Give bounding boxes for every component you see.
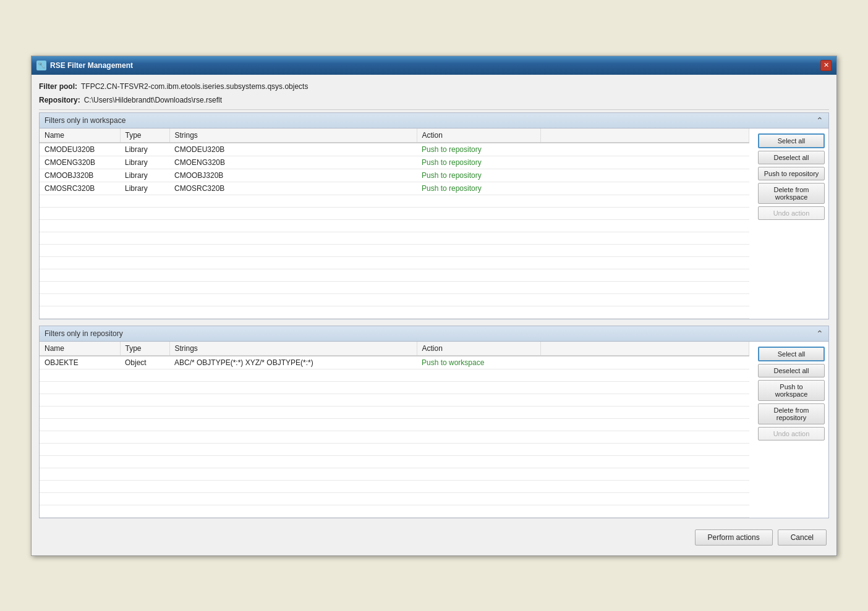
- repository-table-row[interactable]: OBJEKTE Object ABC/* OBJTYPE(*:*) XYZ/* …: [40, 356, 749, 369]
- workspace-section-title: Filters only in workspace: [45, 116, 126, 125]
- workspace-row-type: Library: [120, 143, 169, 156]
- repository-table: Name Type Strings Action OBJEKTE Object …: [40, 342, 749, 518]
- repository-row-extra: [540, 356, 749, 369]
- workspace-deselect-all-button[interactable]: Deselect all: [758, 151, 825, 164]
- workspace-row-action: Push to repository: [417, 156, 540, 169]
- workspace-row-name: CMOSRC320B: [40, 182, 120, 195]
- workspace-row-action: Push to repository: [417, 143, 540, 156]
- workspace-delete-from-workspace-button[interactable]: Delete from workspace: [758, 183, 825, 204]
- workspace-undo-action-button[interactable]: Undo action: [758, 206, 825, 220]
- repository-empty-row: [40, 492, 749, 505]
- workspace-section-header: Filters only in workspace ⌃: [40, 113, 828, 129]
- repository-empty-row: [40, 480, 749, 492]
- workspace-table: Name Type Strings Action CMODEU320B Libr…: [40, 129, 749, 319]
- repository-empty-row: [40, 406, 749, 418]
- repository-label: Repository:: [39, 96, 80, 104]
- repository-undo-action-button[interactable]: Undo action: [758, 427, 825, 440]
- workspace-empty-row: [40, 306, 749, 318]
- workspace-row-name: CMODEU320B: [40, 143, 120, 156]
- repository-empty-row: [40, 369, 749, 381]
- workspace-select-all-button[interactable]: Select all: [758, 133, 825, 148]
- repository-empty-row: [40, 468, 749, 480]
- workspace-section: Filters only in workspace ⌃ Name Type St…: [39, 112, 829, 319]
- repository-col-name: Name: [40, 342, 120, 356]
- workspace-collapse-icon[interactable]: ⌃: [816, 116, 823, 125]
- repository-row-action: Push to workspace: [417, 356, 540, 369]
- repository-section-content: Name Type Strings Action OBJEKTE Object …: [40, 342, 828, 518]
- workspace-row-extra: [540, 182, 749, 195]
- repository-col-strings: Strings: [169, 342, 417, 356]
- workspace-col-type: Type: [120, 129, 169, 143]
- workspace-empty-row: [40, 256, 749, 269]
- workspace-empty-row: [40, 269, 749, 281]
- workspace-row-extra: [540, 143, 749, 156]
- repository-table-area: Name Type Strings Action OBJEKTE Object …: [40, 342, 749, 518]
- repository-collapse-icon[interactable]: ⌃: [816, 329, 823, 339]
- filter-pool-value: TFPC2.CN-TFSVR2-com.ibm.etools.iseries.s…: [81, 82, 308, 91]
- workspace-empty-row: [40, 281, 749, 293]
- workspace-row-extra: [540, 156, 749, 169]
- window-icon: 🔧: [36, 61, 46, 70]
- workspace-table-row[interactable]: CMOSRC320B Library CMOSRC320B Push to re…: [40, 182, 749, 195]
- repository-empty-row: [40, 394, 749, 406]
- workspace-empty-row: [40, 219, 749, 232]
- workspace-table-header: Name Type Strings Action: [40, 129, 749, 143]
- repository-col-action: Action: [417, 342, 540, 356]
- workspace-table-area: Name Type Strings Action CMODEU320B Libr…: [40, 129, 749, 319]
- workspace-empty-row: [40, 244, 749, 256]
- repository-table-header: Name Type Strings Action: [40, 342, 749, 356]
- repository-section-header: Filters only in repository ⌃: [40, 326, 828, 342]
- repository-empty-row: [40, 381, 749, 394]
- workspace-row-name: CMOOBJ320B: [40, 169, 120, 182]
- workspace-section-content: Name Type Strings Action CMODEU320B Libr…: [40, 129, 828, 319]
- workspace-empty-row: [40, 232, 749, 244]
- workspace-table-row[interactable]: CMOENG320B Library CMOENG320B Push to re…: [40, 156, 749, 169]
- workspace-col-strings: Strings: [169, 129, 417, 143]
- workspace-row-type: Library: [120, 169, 169, 182]
- title-bar: 🔧 RSE Filter Management ✕: [32, 56, 836, 75]
- workspace-row-strings: CMOSRC320B: [169, 182, 417, 195]
- repository-col-type: Type: [120, 342, 169, 356]
- workspace-row-action: Push to repository: [417, 182, 540, 195]
- workspace-empty-row: [40, 293, 749, 306]
- workspace-row-strings: CMODEU320B: [169, 143, 417, 156]
- workspace-row-extra: [540, 169, 749, 182]
- repository-row-name: OBJEKTE: [40, 356, 120, 369]
- repository-row-strings: ABC/* OBJTYPE(*:*) XYZ/* OBJTYPE(*:*): [169, 356, 417, 369]
- repository-row-type: Object: [120, 356, 169, 369]
- workspace-btn-panel: Select all Deselect all Push to reposito…: [754, 129, 828, 319]
- workspace-row-action: Push to repository: [417, 169, 540, 182]
- cancel-button[interactable]: Cancel: [778, 529, 827, 546]
- workspace-empty-row: [40, 195, 749, 207]
- repository-value: C:\Users\Hildebrandt\Downloads\rse.rsefl…: [84, 96, 222, 104]
- main-window: 🔧 RSE Filter Management ✕ Filter pool: T…: [31, 56, 837, 556]
- divider: [39, 109, 829, 110]
- repository-select-all-button[interactable]: Select all: [758, 347, 825, 361]
- repository-empty-row: [40, 505, 749, 517]
- repository-empty-row: [40, 455, 749, 468]
- repository-row: Repository: C:\Users\Hildebrandt\Downloa…: [39, 93, 829, 107]
- repository-push-to-workspace-button[interactable]: Push to workspace: [758, 380, 825, 401]
- filter-pool-row: Filter pool: TFPC2.CN-TFSVR2-com.ibm.eto…: [39, 80, 829, 93]
- workspace-col-extra: [540, 129, 749, 143]
- workspace-empty-row: [40, 207, 749, 219]
- workspace-col-name: Name: [40, 129, 120, 143]
- workspace-table-row[interactable]: CMODEU320B Library CMODEU320B Push to re…: [40, 143, 749, 156]
- workspace-table-row[interactable]: CMOOBJ320B Library CMOOBJ320B Push to re…: [40, 169, 749, 182]
- repository-delete-from-repository-button[interactable]: Delete from repository: [758, 403, 825, 424]
- workspace-panel: Filters only in workspace ⌃ Name Type St…: [39, 112, 829, 319]
- workspace-row-name: CMOENG320B: [40, 156, 120, 169]
- close-button[interactable]: ✕: [820, 60, 832, 71]
- footer: Perform actions Cancel: [39, 525, 829, 548]
- repository-section: Filters only in repository ⌃ Name Type S…: [39, 326, 829, 518]
- workspace-col-action: Action: [417, 129, 540, 143]
- workspace-row-strings: CMOENG320B: [169, 156, 417, 169]
- workspace-row-type: Library: [120, 156, 169, 169]
- workspace-row-type: Library: [120, 182, 169, 195]
- filter-pool-label: Filter pool:: [39, 82, 77, 91]
- repository-empty-row: [40, 431, 749, 443]
- repository-deselect-all-button[interactable]: Deselect all: [758, 364, 825, 377]
- repository-panel: Filters only in repository ⌃ Name Type S…: [39, 326, 829, 518]
- workspace-push-to-repository-button[interactable]: Push to repository: [758, 167, 825, 180]
- perform-actions-button[interactable]: Perform actions: [695, 529, 773, 546]
